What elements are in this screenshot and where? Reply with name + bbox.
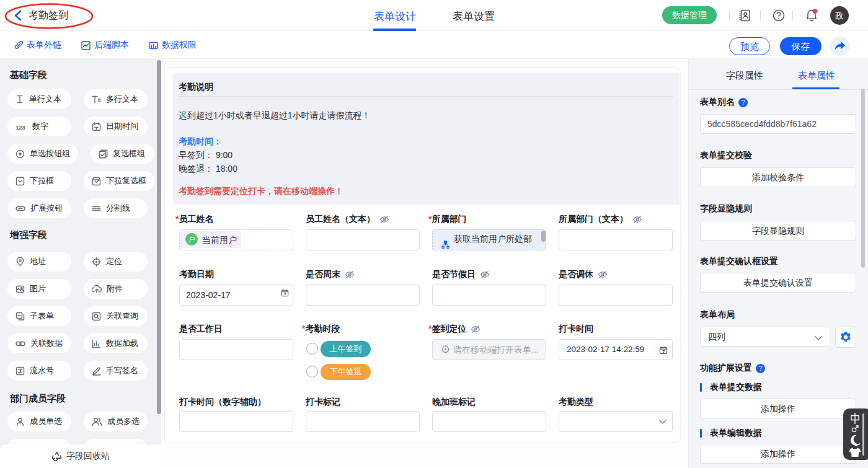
- svg-text:123: 123: [16, 123, 25, 130]
